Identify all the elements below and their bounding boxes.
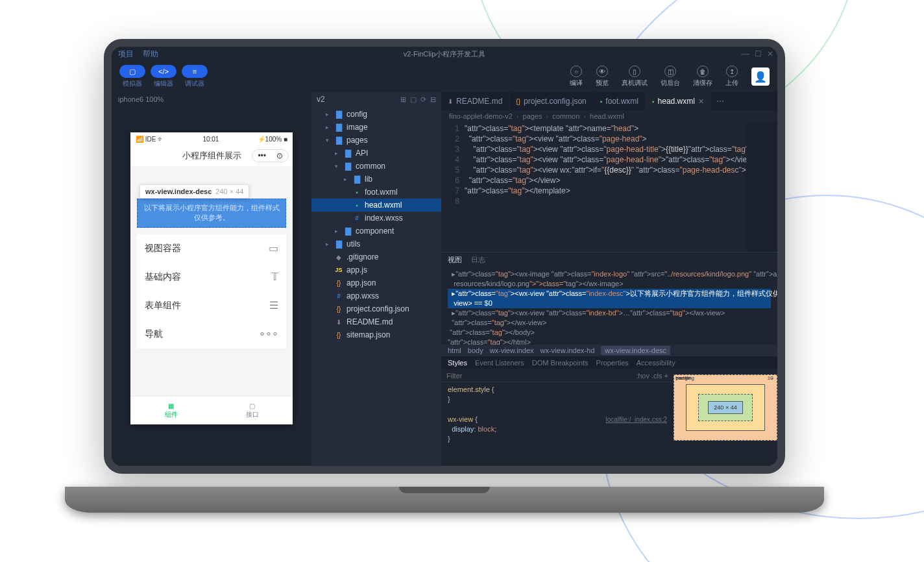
tool-compile[interactable]: ○编译 [570,66,583,88]
tool-background[interactable]: ◫切后台 [661,66,680,88]
mode-debugger[interactable]: ≡调试器 [182,65,208,88]
dom-node[interactable]: ▸"attr">class="tag"><wx-view "attr">clas… [448,308,771,318]
tree-file[interactable]: {}project.config.json [311,302,441,315]
breadcrumb-segment[interactable]: fino-applet-demo-v2 [449,112,513,120]
capsule-button[interactable]: •••⊙ [252,149,289,162]
minimize-icon[interactable]: — [742,49,749,58]
path-segment[interactable]: html [448,347,461,354]
css-rule-block[interactable]: element.style {} [441,382,674,407]
hov-toggle[interactable]: :hov [636,372,650,380]
tree-folder[interactable]: ▾▇common [311,160,441,173]
tree-file[interactable]: #app.wxss [311,289,441,302]
mode-simulator[interactable]: ▢模拟器 [119,65,145,88]
list-item-icon: 𝕋 [271,271,278,283]
close-icon[interactable]: ✕ [767,49,773,58]
project-root[interactable]: v2 [317,95,325,104]
cls-toggle[interactable]: .cls [651,372,663,380]
breadcrumb-segment[interactable]: pages [523,112,542,120]
simulator-device-label[interactable]: iphone6 100% [112,92,311,106]
menu-project[interactable]: 项目 [118,49,134,60]
breadcrumb-segment[interactable]: common [552,112,579,120]
editor-tab[interactable]: {}project.config.json [509,92,593,110]
tool-upload[interactable]: ↥上传 [725,66,738,88]
mode-editor[interactable]: </>编辑器 [151,65,176,88]
path-segment[interactable]: wx-view.index-hd [541,347,595,354]
tree-folder[interactable]: ▸▇API [311,147,441,160]
list-item[interactable]: 导航∘∘∘ [137,320,286,348]
tree-file[interactable]: ⬇README.md [311,315,441,328]
css-rules[interactable]: element.style {}</span><span class="css-… [441,382,674,446]
dom-node[interactable]: "attr">class="tag"></html> [448,337,771,345]
file-icon: # [334,293,343,300]
capsule-close-icon[interactable]: ⊙ [271,150,288,162]
css-rule-block[interactable]: </span><span class="css-sel">.index-desc… [441,407,674,412]
tool-remote[interactable]: ▯真机调试 [622,66,648,88]
dom-node[interactable]: "attr">class="tag"></body> [448,328,771,337]
editor-tab[interactable]: ▪head.wxml✕ [646,92,711,110]
add-rule-button[interactable]: + [664,372,668,380]
tool-clear-cache[interactable]: 🗑清缓存 [693,66,712,88]
element-path[interactable]: htmlbodywx-view.indexwx-view.index-hdwx-… [441,345,777,356]
tree-folder[interactable]: ▸▇image [311,121,441,134]
maximize-icon[interactable]: ☐ [755,49,762,58]
tree-file[interactable]: ◆.gitignore [311,250,441,263]
style-subtab[interactable]: DOM Breakpoints [532,359,589,367]
tree-folder[interactable]: ▸▇component [311,225,441,238]
tool-preview[interactable]: 👁预览 [596,66,609,88]
tree-folder[interactable]: ▸▇config [311,108,441,121]
path-segment[interactable]: wx-view.index-desc [601,346,670,355]
editor-tab[interactable]: ▪foot.wxml [594,92,646,110]
tree-folder[interactable]: ▸▇lib [311,173,441,186]
user-avatar[interactable]: 👤 [751,67,770,86]
tree-file[interactable]: ▪foot.wxml [311,186,441,199]
menu-help[interactable]: 帮助 [143,49,158,60]
list-item[interactable]: 视图容器▭ [137,234,286,263]
collapse-icon[interactable]: ⊟ [430,95,436,104]
tab-overflow-icon[interactable]: ⋯ [711,92,729,110]
minimap[interactable] [746,122,777,252]
dom-node[interactable]: ▸"attr">class="tag"><wx-view "attr">clas… [448,289,771,299]
breadcrumb-segment[interactable]: head.wxml [590,112,624,120]
phone-nav-title: 小程序组件展示 [182,150,241,162]
devtools-tab-view[interactable]: 视图 [448,255,462,265]
phone-tab-component[interactable]: ▦组件 [130,397,212,424]
capsule-menu-icon[interactable]: ••• [252,150,271,162]
style-subtab[interactable]: Properties [596,359,629,367]
dom-node[interactable]: resources/kind/logo.png">">class="tag"><… [448,279,771,289]
grid-icon: ▦ [168,402,174,409]
code-editor[interactable]: 12345678 "attr">class="tag"><template "a… [441,122,777,252]
style-subtab[interactable]: Accessibility [637,359,675,367]
refresh-icon[interactable]: ⟳ [420,95,426,104]
path-segment[interactable]: wx-view.index [490,347,534,354]
tree-file[interactable]: ▪head.wxml [311,199,441,212]
new-file-icon[interactable]: ⊞ [400,95,406,104]
new-folder-icon[interactable]: ▢ [410,95,417,104]
styles-filter-input[interactable] [446,372,636,380]
tree-file[interactable]: {}app.json [311,276,441,289]
tree-file[interactable]: JSapp.js [311,263,441,276]
tree-folder[interactable]: ▾▇pages [311,134,441,147]
style-subtab[interactable]: Styles [448,359,467,367]
phone-tabbar: ▦组件 ▢接口 [130,396,293,424]
dom-node[interactable]: view> == $0 [448,299,771,308]
dom-tree[interactable]: ▸"attr">class="tag"><wx-image "attr">cla… [441,267,777,345]
dom-node[interactable]: ▸"attr">class="tag"><wx-image "attr">cla… [448,269,771,279]
file-icon: ⬇ [334,319,343,326]
list-item[interactable]: 基础内容𝕋 [137,263,286,291]
devtools-tab-log[interactable]: 日志 [471,255,485,265]
css-rule-block[interactable]: localfile:/_index.css:2wx-view { display… [441,412,674,446]
editor-tab[interactable]: ⬇README.md [441,92,509,110]
style-subtab[interactable]: Event Listeners [475,359,524,367]
list-item[interactable]: 表单组件☰ [137,291,286,320]
tree-file[interactable]: #index.wxss [311,212,441,225]
close-tab-icon[interactable]: ✕ [698,97,704,106]
tree-file[interactable]: {}sitemap.json [311,328,441,341]
tree-folder[interactable]: ▸▇utils [311,238,441,250]
phone-tab-api[interactable]: ▢接口 [212,397,293,424]
phone-status-bar: 📶 IDE ᯤ 10:01 ⚡100% ■ [130,132,293,145]
dom-node[interactable]: "attr">class="tag"></wx-view> [448,318,771,328]
css-source-link[interactable]: localfile:/_index.css:2 [606,415,668,424]
path-segment[interactable]: body [468,347,483,354]
editor-tabs: ⬇README.md{}project.config.json▪foot.wxm… [441,92,777,110]
compile-icon: ○ [570,66,582,77]
